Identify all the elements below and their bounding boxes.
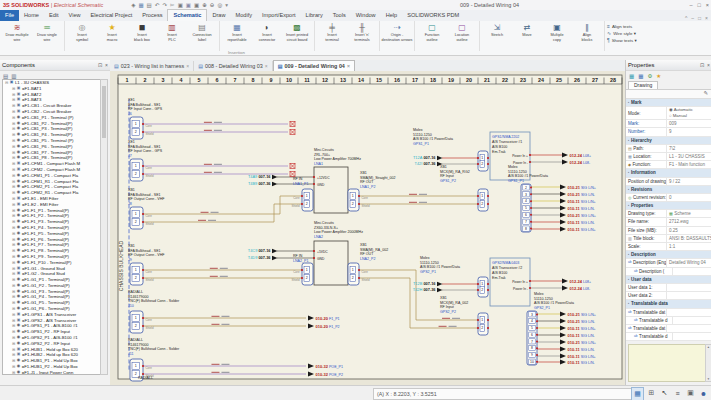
- property-row[interactable]: User data 2:: [626, 292, 711, 300]
- connector-symbol[interactable]: 12: [477, 277, 488, 297]
- ribbon-button-insert-connector[interactable]: ◗Insertconnector: [252, 22, 282, 50]
- ribbon-tab-library[interactable]: Library: [301, 10, 328, 21]
- property-row[interactable]: Mark:009: [626, 120, 711, 128]
- property-row[interactable]: Scale:1:1: [626, 243, 711, 251]
- ribbon-button-insert-printed-circuit-board[interactable]: ▩Insert printedcircuit board: [282, 22, 312, 50]
- property-row[interactable]: File name:2712.ewg: [626, 218, 711, 226]
- ribbon-tab-solidworks-pdm[interactable]: SOLIDWORKS PDM: [402, 10, 464, 21]
- connector-symbol[interactable]: 12: [477, 313, 488, 335]
- property-row[interactable]: abTranslatable dat: [626, 309, 711, 317]
- property-row[interactable]: Number:9: [626, 128, 711, 136]
- ribbon-button-align-texts[interactable]: ≡Align texts: [607, 23, 637, 29]
- doc-tab-active[interactable]: ▤009 - Detailed Wiring 04×: [273, 60, 355, 71]
- property-row[interactable]: Position of drawing9 / 22: [626, 178, 711, 186]
- selection-cursor-icon[interactable]: ↖: [659, 387, 670, 399]
- connector-symbol[interactable]: 12: [477, 189, 488, 211]
- collapse-all-icon[interactable]: ▤: [3, 73, 8, 79]
- print-icon[interactable]: ▤: [147, 0, 152, 10]
- ribbon-button-location-outline[interactable]: ▢Locationoutline: [447, 22, 477, 50]
- ribbon-button-draw-single-wire[interactable]: ═Draw singlewire: [32, 22, 62, 50]
- property-row[interactable]: ◎Current revision:0: [626, 194, 711, 202]
- ribbon-tab-file[interactable]: File: [0, 10, 19, 21]
- search-icon[interactable]: ◎: [217, 0, 222, 10]
- ribbon-tab-schematic[interactable]: Schematic: [167, 9, 207, 21]
- maximize-icon[interactable]: □: [697, 0, 700, 10]
- ribbon-button-move[interactable]: ⇄Move: [512, 22, 542, 50]
- property-section[interactable]: ▪Description: [626, 251, 711, 259]
- property-section[interactable]: ▪User data: [626, 276, 711, 284]
- property-row[interactable]: ▥Title block:ANSI B: DASSAULTSY: [626, 235, 711, 243]
- close-icon[interactable]: ×: [706, 0, 709, 10]
- ribbon-tab-process[interactable]: Process: [137, 10, 167, 21]
- close-icon[interactable]: ×: [105, 62, 108, 68]
- ribbon-button-draw-multiple-wire[interactable]: ≋Draw multiplewire: [2, 22, 32, 50]
- ribbon-button-origin-destination-arrows[interactable]: ⇢Origin -destination arrows: [382, 22, 412, 50]
- ribbon-tab-draw[interactable]: Draw: [207, 10, 230, 21]
- connector-symbol[interactable]: 12: [477, 151, 488, 171]
- ribbon-button-insert-report-table[interactable]: ▦Insertreport/table: [222, 22, 252, 50]
- ribbon-tab-view[interactable]: View: [64, 10, 86, 21]
- more-icon[interactable]: ▾: [225, 0, 228, 10]
- undo-icon[interactable]: ↶: [155, 0, 160, 10]
- property-row[interactable]: abDescription (EngDetailed Wiring 04: [626, 259, 711, 267]
- multi-pin-connector[interactable]: 2345678: [521, 184, 532, 232]
- ribbon-button-insert-terminal[interactable]: ╪Insertterminal: [317, 22, 347, 50]
- ribbon-tab-edit[interactable]: Edit: [44, 10, 64, 21]
- schematic-canvas[interactable]: 1234567891011121314151617181920212223242…: [110, 71, 625, 385]
- scrollbar-thumb[interactable]: [102, 86, 106, 138]
- zoom-out-icon[interactable]: ⊖: [210, 0, 215, 10]
- scope-icon[interactable]: ◈: [131, 0, 135, 10]
- save-icon[interactable]: ▦: [138, 0, 143, 10]
- ribbon-button-connection-label[interactable]: ▤Connectionlabel: [187, 22, 217, 50]
- grid-icon[interactable]: ▦: [631, 387, 644, 400]
- property-row[interactable]: Drawing type:▦Scheme: [626, 210, 711, 218]
- tree-scrollbar[interactable]: [100, 79, 108, 375]
- radio-option[interactable]: ○ Manual: [669, 113, 693, 119]
- tree-item[interactable]: ⊞◉=F1-J1 - Input Power Conn: [3, 370, 103, 375]
- copy-mode-icon[interactable]: ▣: [685, 387, 696, 399]
- ribbon-tab-help[interactable]: Help: [381, 10, 403, 21]
- notes-scrollbar[interactable]: ▴▾: [705, 344, 711, 382]
- edit-pencil-icon[interactable]: ✎: [703, 90, 708, 98]
- pin-icon[interactable]: ⊡: [98, 62, 102, 68]
- ribbon-button-multiple-copy[interactable]: ▣Multiplecopy: [542, 22, 572, 50]
- multi-pin-connector[interactable]: 345678910: [527, 311, 538, 365]
- property-row[interactable]: ◆Function:F1 - Main function: [626, 161, 711, 169]
- doc-tab[interactable]: ▤008 - Detailed Wiring 03×: [194, 61, 273, 71]
- close-tab-icon[interactable]: ×: [186, 62, 189, 70]
- filter-icon[interactable]: ▥: [11, 73, 16, 79]
- property-section[interactable]: ▪Information: [626, 169, 711, 177]
- property-row[interactable]: Mode:◉ Automatic○ Manual: [626, 107, 711, 120]
- minimize-icon[interactable]: –: [689, 0, 692, 10]
- favorites-icon[interactable]: ★: [656, 73, 661, 79]
- property-row[interactable]: abTranslatable d: [626, 333, 711, 341]
- grid-view-icon[interactable]: ▦: [638, 73, 643, 79]
- property-section[interactable]: ▪Revisions: [626, 186, 711, 194]
- wire-style-icon[interactable]: ≡: [672, 387, 683, 399]
- snap-icon[interactable]: ⊞: [646, 387, 657, 399]
- property-section[interactable]: ▪Properties: [626, 202, 711, 210]
- property-row[interactable]: abDescription (: [626, 268, 711, 276]
- user-icon[interactable]: ☻: [698, 387, 709, 399]
- tab-drawing[interactable]: Drawing: [628, 81, 658, 89]
- dock-icon[interactable]: ▦: [629, 73, 634, 79]
- ribbon-tab-tools[interactable]: Tools: [328, 10, 351, 21]
- ribbon-tab-home[interactable]: Home: [19, 10, 44, 21]
- ribbon-tab-window[interactable]: Window: [351, 10, 381, 21]
- settings-icon[interactable]: ⚙: [647, 73, 652, 79]
- scroll-up-icon[interactable]: ▴: [708, 345, 710, 349]
- scroll-down-icon[interactable]: ▾: [708, 377, 710, 381]
- doc-tab[interactable]: ▤023 - Wiring list in harness×: [110, 61, 194, 71]
- ribbon-button-wire-style[interactable]: ∿Wire style ▾: [607, 30, 637, 36]
- ribbon-button-insert-macro[interactable]: ★Insertmacro: [97, 22, 127, 50]
- ribbon-button-show-texts[interactable]: ¶Show texts ▾: [607, 37, 637, 43]
- property-row[interactable]: ▦Location:L1 - 3U CHASSIS: [626, 153, 711, 161]
- property-row[interactable]: User data 1:: [626, 284, 711, 292]
- components-tree[interactable]: ⊟▣L1 - 3U CHASSIS⊞▣=F1-BAT1⊞▣=F1-BAT2⊞▣=…: [2, 79, 104, 375]
- ribbon-button-align-blocks[interactable]: ∥Alignblocks: [572, 22, 602, 50]
- ribbon-button-insert-symbol[interactable]: ◎Insertsymbol: [67, 22, 97, 50]
- ribbon-button-insert-plc[interactable]: ▥InsertPLC: [157, 22, 187, 50]
- property-section[interactable]: ▪Translatable data: [626, 300, 711, 308]
- property-row[interactable]: File size (MB):0.25: [626, 227, 711, 235]
- property-row[interactable]: abTranslatable dat: [626, 325, 711, 333]
